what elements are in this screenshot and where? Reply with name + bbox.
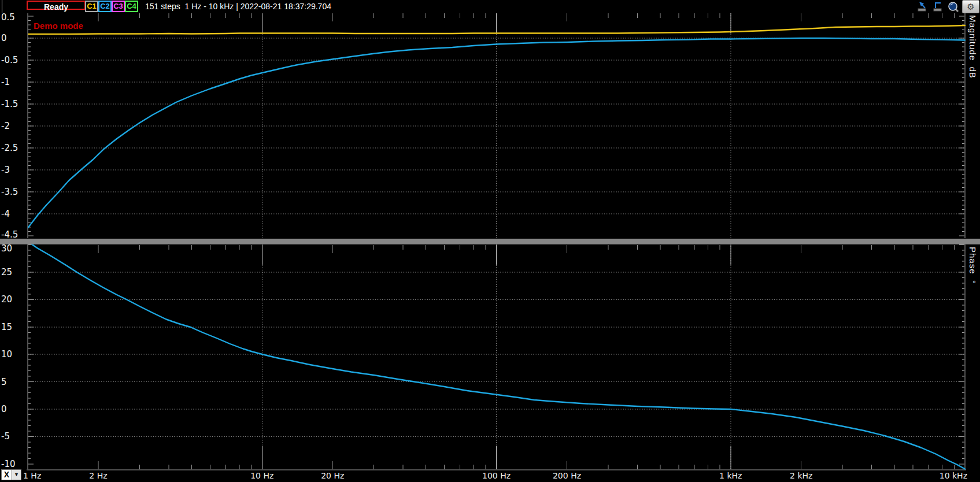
demo-mode-watermark: Demo mode [34, 21, 83, 31]
magnitude-axis-label: -2.5 [1, 143, 18, 153]
phase-axis-label: 20 [1, 294, 12, 305]
frequency-axis-label: 100 Hz [482, 471, 511, 480]
panel-splitter[interactable] [0, 239, 980, 244]
phase-axis-label: -5 [1, 431, 10, 442]
frequency-axis-label: 2 kHz [790, 471, 812, 480]
frequency-axis-label: 20 Hz [321, 471, 344, 480]
frequency-axis-label: 1 kHz [719, 471, 742, 480]
frequency-axis-label: 10 Hz [250, 471, 273, 480]
chevron-down-icon[interactable]: ▼ [12, 469, 21, 480]
phase-axis-label: 25 [1, 267, 12, 277]
frequency-axis-label: 200 Hz [553, 471, 581, 480]
magnitude-axis-label: -1.5 [1, 99, 18, 109]
magnitude-axis-label: -1 [1, 77, 10, 87]
phase-axis-label: 15 [1, 322, 12, 332]
x-axis-selector[interactable]: X ▼ [1, 469, 21, 480]
phase-axis-label: 0 [1, 404, 7, 414]
frequency-axis-label: 10 kHz [940, 471, 967, 480]
x-axis-selector-label[interactable]: X [1, 469, 12, 480]
magnitude-axis-label: 0.5 [1, 12, 15, 23]
frequency-axis-label: 2 Hz [89, 471, 107, 480]
analyzer-window: Ready C1C2C3C4 151 steps 1 Hz - 10 kHz |… [0, 0, 980, 482]
magnitude-axis-title: Magnitude dB [968, 15, 978, 79]
phase-axis-label: 5 [1, 377, 7, 387]
magnitude-axis-label: -4.5 [1, 229, 18, 240]
phase-axis-title: Phase ° [968, 247, 978, 284]
magnitude-axis-label: -3.5 [1, 187, 18, 197]
magnitude-axis-label: -0.5 [1, 55, 18, 65]
magnitude-axis-label: -4 [1, 209, 10, 219]
phase-axis-label: 10 [1, 349, 12, 359]
magnitude-axis-label: -2 [1, 121, 10, 131]
magnitude-axis-label: -3 [1, 165, 10, 175]
phase-axis-label: -10 [1, 459, 16, 469]
frequency-axis-label: 1 Hz [23, 471, 41, 480]
magnitude-axis-label: 0 [1, 33, 7, 43]
phase-axis-label: 30 [1, 243, 12, 254]
